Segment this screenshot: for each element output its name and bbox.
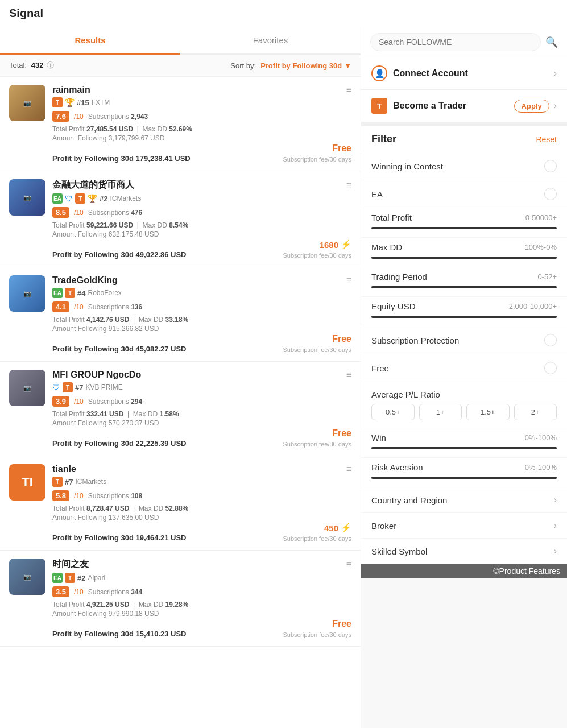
pl-button[interactable]: 0.5+	[371, 404, 415, 420]
badge-ea: EA	[52, 288, 63, 298]
filter-label: Win	[371, 433, 386, 442]
total-profit-row: Total Profit 4,142.76 USD | Max DD 33.18…	[52, 316, 351, 324]
apply-button[interactable]: Apply	[514, 100, 549, 113]
filter-toggle[interactable]	[544, 334, 557, 346]
price-section: Free Subscription fee/30 days	[283, 334, 351, 353]
menu-icon[interactable]: ≡	[346, 85, 351, 95]
badge-t: T	[52, 477, 63, 487]
filter-value: 2,000-10,000+	[509, 302, 557, 311]
badge-rank: #2	[100, 195, 107, 203]
trader-badges: EAT#4 RoboForex	[52, 288, 351, 298]
price-unit: Subscription fee/30 days	[283, 252, 351, 259]
profit-30d: Profit by Following 30d 22,225.39 USD	[52, 439, 187, 448]
slider-track[interactable]	[371, 316, 557, 318]
price-unit: Subscription fee/30 days	[283, 156, 351, 163]
slider-track[interactable]	[371, 477, 557, 479]
filter-value: 0%-100%	[525, 463, 557, 471]
lightning-icon: ⚡	[341, 239, 351, 250]
price-paid: 450 ⚡	[324, 523, 351, 533]
tab-results[interactable]: Results	[0, 27, 180, 55]
filter-row-chevron[interactable]: Country and Region ›	[361, 487, 567, 513]
search-input[interactable]	[370, 33, 541, 51]
pl-button[interactable]: 2+	[514, 404, 557, 420]
trader-card: 📷 金融大道的货币商人 ≡ EA🛡T🏆#2 ICMarkets 8.5 /10 …	[0, 171, 361, 267]
product-features: ©Product Features	[361, 564, 567, 578]
filter-row-chevron[interactable]: Skilled Symbol ›	[361, 539, 567, 564]
filter-toggle[interactable]	[544, 160, 557, 172]
price-free: Free	[332, 428, 351, 439]
slider-track[interactable]	[371, 447, 557, 449]
score-max: /10	[74, 113, 84, 121]
total-profit-row: Total Profit 8,728.47 USD | Max DD 52.88…	[52, 504, 351, 512]
connect-account-label: Connect Account	[393, 68, 468, 78]
price-paid: 1680 ⚡	[320, 239, 351, 250]
filter-header: Filter Reset	[361, 126, 567, 152]
total-profit-row: Total Profit 27,485.54 USD | Max DD 52.6…	[52, 125, 351, 133]
trader-card: 📷 TradeGoldKing ≡ EAT#4 RoboForex 4.1 /1…	[0, 267, 361, 362]
filter-value: 0%-100%	[525, 433, 557, 442]
right-panel: 🔍 👤 Connect Account › T Become a Trader …	[361, 27, 567, 728]
trader-name: 时间之友	[52, 559, 89, 570]
slider-track[interactable]	[371, 286, 557, 288]
slider-fill	[371, 447, 557, 449]
filter-toggle[interactable]	[544, 362, 557, 374]
avatar: 📷	[9, 85, 45, 121]
price-free: Free	[332, 143, 351, 154]
slider-track[interactable]	[371, 257, 557, 259]
filter-label: Equity USD	[371, 301, 416, 311]
subscriptions-label: Subscriptions 136	[88, 303, 142, 311]
filter-row-chevron[interactable]: Broker ›	[361, 513, 567, 539]
score-max: /10	[74, 492, 84, 500]
trader-card: 📷 rainmain ≡ T🏆#15 FXTM 7.6 /10 Subscrip…	[0, 77, 361, 171]
score-max: /10	[74, 588, 84, 596]
filter-label: Risk Aversion	[371, 462, 423, 472]
profit-30d: Profit by Following 30d 45,082.27 USD	[52, 345, 187, 353]
trader-name: MFI GROUP NgocDo	[52, 370, 141, 380]
main-layout: Results Favorites Total: 432 ⓘ Sort by: …	[0, 27, 567, 728]
menu-icon[interactable]: ≡	[346, 560, 351, 570]
filter-label: Skilled Symbol	[371, 547, 427, 556]
badge-t: T	[52, 97, 63, 107]
profit-30d: Profit by Following 30d 19,464.21 USD	[52, 533, 187, 542]
price-section: 1680 ⚡ Subscription fee/30 days	[283, 239, 351, 259]
avatar: 📷	[9, 370, 45, 406]
slider-track[interactable]	[371, 227, 557, 229]
score-badge: 8.5	[52, 207, 69, 218]
filter-toggle[interactable]	[544, 188, 557, 200]
filter-row-toggle: Free	[361, 354, 567, 382]
pl-button[interactable]: 1.5+	[466, 404, 510, 420]
filter-value: 100%-0%	[525, 243, 557, 251]
amount-following-row: Amount Following 915,266.82 USD	[52, 325, 351, 333]
menu-icon[interactable]: ≡	[346, 370, 351, 380]
become-trader-row[interactable]: T Become a Trader Apply ›	[361, 90, 567, 126]
amount-following-row: Amount Following 570,270.37 USD	[52, 419, 351, 427]
left-panel: Results Favorites Total: 432 ⓘ Sort by: …	[0, 27, 361, 728]
trader-name: 金融大道的货币商人	[52, 179, 134, 191]
tab-favorites[interactable]: Favorites	[180, 27, 361, 53]
pl-label: Average P/L Ratio	[371, 390, 557, 399]
filter-label: EA	[371, 189, 383, 199]
sort-button[interactable]: Sort by: Profit by Following 30d ▼	[230, 61, 351, 70]
menu-icon[interactable]: ≡	[346, 464, 351, 474]
badge-t: T	[75, 193, 85, 204]
filter-label: Broker	[371, 521, 396, 531]
slider-fill	[371, 286, 557, 288]
menu-icon[interactable]: ≡	[346, 275, 351, 286]
score-badge: 3.5	[52, 586, 69, 597]
reset-button[interactable]: Reset	[536, 135, 557, 144]
connect-account-row[interactable]: 👤 Connect Account ›	[361, 57, 567, 90]
pl-button[interactable]: 1+	[419, 404, 462, 420]
avatar: TI	[9, 464, 45, 500]
subscriptions-label: Subscriptions 344	[88, 588, 142, 596]
lightning-icon: ⚡	[341, 523, 351, 533]
search-icon[interactable]: 🔍	[545, 36, 558, 48]
menu-icon[interactable]: ≡	[346, 180, 351, 191]
trader-badges: 🛡T#7 KVB PRIME	[52, 382, 351, 392]
trader-card: 📷 MFI GROUP NgocDo ≡ 🛡T#7 KVB PRIME 3.9 …	[0, 362, 361, 456]
broker-label: ICMarkets	[110, 195, 141, 202]
trader-info: tianle ≡ T#7 ICMarkets 5.8 /10 Subscript…	[52, 464, 351, 542]
filter-row-slider: Risk Aversion 0%-100%	[361, 458, 567, 487]
badge-shield: 🛡	[65, 194, 73, 203]
trader-badges: EAT#2 Alpari	[52, 573, 351, 583]
score-badge: 5.8	[52, 490, 69, 501]
